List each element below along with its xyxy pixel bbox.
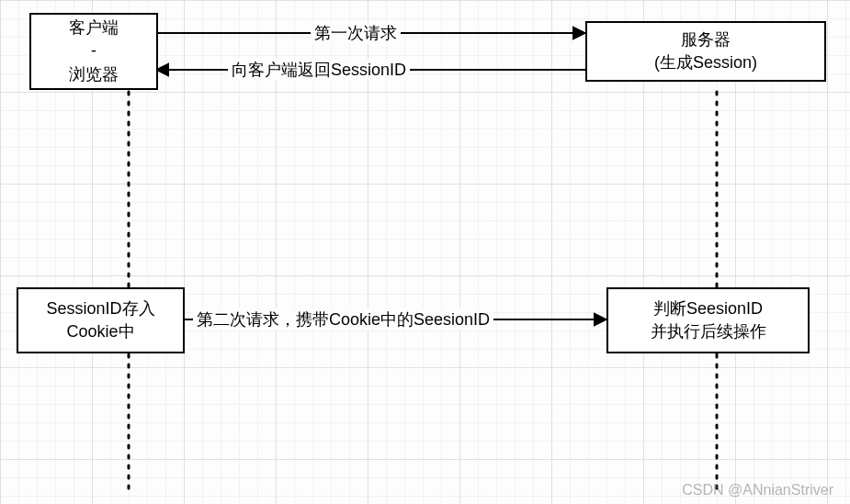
node-verify: 判断SeesionID 并执行后续操作 <box>606 287 810 353</box>
node-client-line2: - <box>91 39 96 62</box>
node-client-line3: 浏览器 <box>69 63 119 86</box>
node-cookie-store-line1: SessionID存入 <box>46 297 154 320</box>
node-server-line2: (生成Session) <box>654 51 757 74</box>
node-verify-line1: 判断SeesionID <box>653 297 763 320</box>
label-first-request: 第一次请求 <box>311 22 401 44</box>
node-cookie-store-line2: Cookie中 <box>66 320 134 343</box>
node-server: 服务器 (生成Session) <box>585 21 826 82</box>
label-second-request: 第二次请求，携带Cookie中的SeesionID <box>193 308 493 330</box>
node-client-line1: 客户端 <box>69 17 119 39</box>
label-return-session: 向客户端返回SessionID <box>228 59 410 81</box>
node-verify-line2: 并执行后续操作 <box>651 320 766 343</box>
node-client: 客户端 - 浏览器 <box>29 13 158 90</box>
watermark: CSDN @ANnianStriver <box>682 482 833 498</box>
node-server-line1: 服务器 <box>681 28 731 51</box>
node-cookie-store: SessionID存入 Cookie中 <box>17 287 185 353</box>
